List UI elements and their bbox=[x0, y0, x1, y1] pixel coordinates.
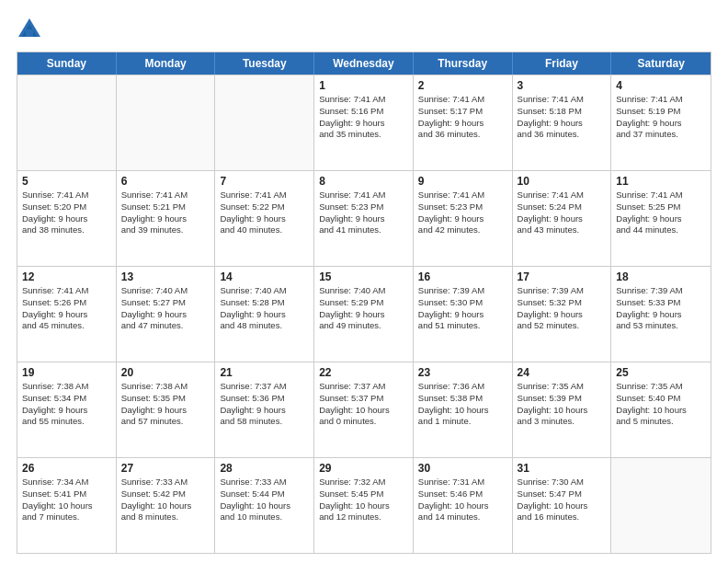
day-number: 28 bbox=[220, 462, 309, 475]
calendar-header-row: SundayMondayTuesdayWednesdayThursdayFrid… bbox=[17, 52, 711, 75]
cal-cell bbox=[117, 75, 216, 170]
cell-text: Sunrise: 7:40 AMSunset: 5:27 PMDaylight:… bbox=[121, 285, 210, 332]
day-number: 24 bbox=[518, 366, 607, 379]
day-number: 16 bbox=[418, 270, 507, 283]
cell-text: Sunrise: 7:39 AMSunset: 5:33 PMDaylight:… bbox=[616, 285, 706, 332]
day-number: 29 bbox=[319, 462, 408, 475]
day-number: 15 bbox=[319, 270, 408, 283]
header-cell-sunday: Sunday bbox=[17, 52, 117, 75]
day-number: 1 bbox=[319, 79, 408, 92]
cal-cell bbox=[611, 458, 711, 553]
cal-cell: 23Sunrise: 7:36 AMSunset: 5:38 PMDayligh… bbox=[414, 362, 513, 457]
cal-cell: 5Sunrise: 7:41 AMSunset: 5:20 PMDaylight… bbox=[17, 171, 117, 266]
week-row-4: 19Sunrise: 7:38 AMSunset: 5:34 PMDayligh… bbox=[17, 362, 711, 457]
cell-text: Sunrise: 7:38 AMSunset: 5:35 PMDaylight:… bbox=[121, 381, 210, 428]
day-number: 14 bbox=[220, 270, 309, 283]
day-number: 27 bbox=[121, 462, 210, 475]
cell-text: Sunrise: 7:41 AMSunset: 5:17 PMDaylight:… bbox=[418, 94, 507, 141]
calendar: SundayMondayTuesdayWednesdayThursdayFrid… bbox=[17, 52, 711, 554]
cell-text: Sunrise: 7:41 AMSunset: 5:20 PMDaylight:… bbox=[22, 190, 111, 236]
cal-cell: 9Sunrise: 7:41 AMSunset: 5:23 PMDaylight… bbox=[414, 171, 513, 266]
logo bbox=[17, 17, 46, 42]
cell-text: Sunrise: 7:39 AMSunset: 5:32 PMDaylight:… bbox=[518, 285, 607, 332]
week-row-3: 12Sunrise: 7:41 AMSunset: 5:26 PMDayligh… bbox=[17, 266, 711, 362]
day-number: 8 bbox=[319, 175, 408, 188]
day-number: 7 bbox=[220, 175, 309, 188]
day-number: 12 bbox=[22, 270, 111, 283]
day-number: 5 bbox=[22, 175, 111, 188]
header bbox=[17, 17, 711, 42]
day-number: 2 bbox=[418, 79, 507, 92]
cell-text: Sunrise: 7:40 AMSunset: 5:28 PMDaylight:… bbox=[220, 285, 309, 332]
cal-cell: 12Sunrise: 7:41 AMSunset: 5:26 PMDayligh… bbox=[17, 267, 117, 362]
cal-cell: 19Sunrise: 7:38 AMSunset: 5:34 PMDayligh… bbox=[17, 362, 117, 457]
day-number: 25 bbox=[616, 366, 706, 379]
cell-text: Sunrise: 7:31 AMSunset: 5:46 PMDaylight:… bbox=[418, 477, 507, 523]
cell-text: Sunrise: 7:41 AMSunset: 5:25 PMDaylight:… bbox=[616, 190, 706, 236]
week-row-1: 1Sunrise: 7:41 AMSunset: 5:16 PMDaylight… bbox=[17, 75, 711, 170]
cell-text: Sunrise: 7:36 AMSunset: 5:38 PMDaylight:… bbox=[418, 381, 507, 428]
day-number: 17 bbox=[518, 270, 607, 283]
day-number: 11 bbox=[616, 175, 706, 188]
cal-cell: 31Sunrise: 7:30 AMSunset: 5:47 PMDayligh… bbox=[513, 458, 612, 553]
cal-cell: 14Sunrise: 7:40 AMSunset: 5:28 PMDayligh… bbox=[215, 267, 314, 362]
header-cell-thursday: Thursday bbox=[414, 52, 513, 75]
cal-cell: 2Sunrise: 7:41 AMSunset: 5:17 PMDaylight… bbox=[414, 75, 513, 170]
day-number: 18 bbox=[616, 270, 706, 283]
day-number: 10 bbox=[518, 175, 607, 188]
cell-text: Sunrise: 7:41 AMSunset: 5:21 PMDaylight:… bbox=[121, 190, 210, 236]
cell-text: Sunrise: 7:37 AMSunset: 5:37 PMDaylight:… bbox=[319, 381, 408, 428]
day-number: 21 bbox=[220, 366, 309, 379]
cal-cell: 7Sunrise: 7:41 AMSunset: 5:22 PMDaylight… bbox=[215, 171, 314, 266]
cal-cell: 18Sunrise: 7:39 AMSunset: 5:33 PMDayligh… bbox=[611, 267, 711, 362]
cal-cell: 13Sunrise: 7:40 AMSunset: 5:27 PMDayligh… bbox=[117, 267, 216, 362]
day-number: 6 bbox=[121, 175, 210, 188]
cell-text: Sunrise: 7:38 AMSunset: 5:34 PMDaylight:… bbox=[22, 381, 111, 428]
day-number: 19 bbox=[22, 366, 111, 379]
cell-text: Sunrise: 7:32 AMSunset: 5:45 PMDaylight:… bbox=[319, 477, 408, 523]
page: SundayMondayTuesdayWednesdayThursdayFrid… bbox=[0, 0, 728, 563]
cal-cell: 1Sunrise: 7:41 AMSunset: 5:16 PMDaylight… bbox=[314, 75, 414, 170]
svg-rect-2 bbox=[26, 29, 33, 37]
calendar-body: 1Sunrise: 7:41 AMSunset: 5:16 PMDaylight… bbox=[17, 75, 711, 553]
cal-cell bbox=[17, 75, 117, 170]
header-cell-monday: Monday bbox=[117, 52, 216, 75]
logo-icon bbox=[17, 17, 42, 42]
cal-cell: 17Sunrise: 7:39 AMSunset: 5:32 PMDayligh… bbox=[513, 267, 612, 362]
cal-cell bbox=[215, 75, 314, 170]
day-number: 30 bbox=[418, 462, 507, 475]
week-row-2: 5Sunrise: 7:41 AMSunset: 5:20 PMDaylight… bbox=[17, 170, 711, 266]
cal-cell: 27Sunrise: 7:33 AMSunset: 5:42 PMDayligh… bbox=[117, 458, 216, 553]
day-number: 4 bbox=[616, 79, 706, 92]
cal-cell: 21Sunrise: 7:37 AMSunset: 5:36 PMDayligh… bbox=[215, 362, 314, 457]
cell-text: Sunrise: 7:35 AMSunset: 5:39 PMDaylight:… bbox=[518, 381, 607, 428]
header-cell-tuesday: Tuesday bbox=[215, 52, 314, 75]
day-number: 20 bbox=[121, 366, 210, 379]
cell-text: Sunrise: 7:33 AMSunset: 5:42 PMDaylight:… bbox=[121, 477, 210, 523]
cell-text: Sunrise: 7:33 AMSunset: 5:44 PMDaylight:… bbox=[220, 477, 309, 523]
cell-text: Sunrise: 7:40 AMSunset: 5:29 PMDaylight:… bbox=[319, 285, 408, 332]
cal-cell: 6Sunrise: 7:41 AMSunset: 5:21 PMDaylight… bbox=[117, 171, 216, 266]
day-number: 13 bbox=[121, 270, 210, 283]
day-number: 9 bbox=[418, 175, 507, 188]
cal-cell: 24Sunrise: 7:35 AMSunset: 5:39 PMDayligh… bbox=[513, 362, 612, 457]
cell-text: Sunrise: 7:30 AMSunset: 5:47 PMDaylight:… bbox=[518, 477, 607, 523]
cell-text: Sunrise: 7:41 AMSunset: 5:18 PMDaylight:… bbox=[518, 94, 607, 141]
cal-cell: 28Sunrise: 7:33 AMSunset: 5:44 PMDayligh… bbox=[215, 458, 314, 553]
cell-text: Sunrise: 7:41 AMSunset: 5:24 PMDaylight:… bbox=[518, 190, 607, 236]
cell-text: Sunrise: 7:35 AMSunset: 5:40 PMDaylight:… bbox=[616, 381, 706, 428]
cal-cell: 4Sunrise: 7:41 AMSunset: 5:19 PMDaylight… bbox=[611, 75, 711, 170]
cell-text: Sunrise: 7:37 AMSunset: 5:36 PMDaylight:… bbox=[220, 381, 309, 428]
cell-text: Sunrise: 7:41 AMSunset: 5:19 PMDaylight:… bbox=[616, 94, 706, 141]
cal-cell: 10Sunrise: 7:41 AMSunset: 5:24 PMDayligh… bbox=[513, 171, 612, 266]
cal-cell: 16Sunrise: 7:39 AMSunset: 5:30 PMDayligh… bbox=[414, 267, 513, 362]
week-row-5: 26Sunrise: 7:34 AMSunset: 5:41 PMDayligh… bbox=[17, 457, 711, 553]
day-number: 31 bbox=[518, 462, 607, 475]
cell-text: Sunrise: 7:39 AMSunset: 5:30 PMDaylight:… bbox=[418, 285, 507, 332]
cal-cell: 8Sunrise: 7:41 AMSunset: 5:23 PMDaylight… bbox=[314, 171, 414, 266]
cal-cell: 22Sunrise: 7:37 AMSunset: 5:37 PMDayligh… bbox=[314, 362, 414, 457]
cal-cell: 15Sunrise: 7:40 AMSunset: 5:29 PMDayligh… bbox=[314, 267, 414, 362]
cell-text: Sunrise: 7:41 AMSunset: 5:16 PMDaylight:… bbox=[319, 94, 408, 141]
cell-text: Sunrise: 7:41 AMSunset: 5:22 PMDaylight:… bbox=[220, 190, 309, 236]
header-cell-wednesday: Wednesday bbox=[314, 52, 414, 75]
